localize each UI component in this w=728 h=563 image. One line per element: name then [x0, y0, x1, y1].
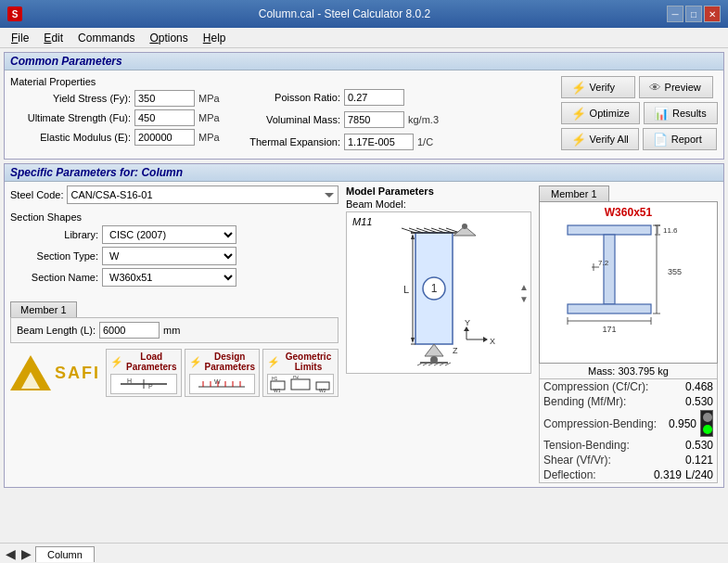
beam-length-input[interactable]: [99, 322, 160, 339]
beam-length-label: Beam Length (L):: [17, 325, 96, 336]
specific-params-panel: Specific Parameters for: Column Steel Co…: [4, 163, 724, 488]
geometric-limits-button[interactable]: ⚡ Geometric Limits H1 H2: [262, 349, 338, 397]
section-shapes: Section Shapes Library: CISC (2007) Sect…: [10, 211, 338, 287]
svg-text:X: X: [490, 337, 495, 346]
result-value-5: 0.319: [654, 468, 682, 481]
ultimate-unit: MPa: [198, 112, 236, 123]
mid-params: Poisson Ratio: Voluminal Mass: kg/m.3 Th…: [243, 76, 454, 153]
right-column: Member 1 W360x51: [539, 186, 718, 483]
app-icon: S: [7, 6, 22, 21]
load-params-label: ⚡ Load Parameters: [110, 352, 176, 372]
safi-text: SAFI: [55, 364, 100, 383]
voluminal-input[interactable]: [344, 111, 404, 128]
optimize-button[interactable]: ⚡ Optimize: [561, 102, 640, 124]
column-tab[interactable]: Column: [35, 546, 95, 562]
poisson-input[interactable]: [344, 89, 404, 106]
next-tab-arrow[interactable]: ▶: [19, 544, 33, 563]
result-row-0: Compression (Cf/Cr): 0.468: [540, 379, 717, 394]
steel-code-select[interactable]: CAN/CSA-S16-01: [67, 186, 338, 204]
result-label-0: Compression (Cf/Cr):: [543, 380, 648, 393]
elastic-input[interactable]: [134, 129, 195, 146]
member-tab-right[interactable]: Member 1: [539, 186, 609, 201]
optimize-icon: ⚡: [571, 107, 586, 121]
voluminal-label: Voluminal Mass:: [243, 114, 340, 125]
svg-text:W1: W1: [274, 388, 281, 392]
material-props-title: Material Properties: [10, 76, 236, 87]
geometric-diagram: H1 H2 W1 W2: [268, 376, 333, 392]
library-select[interactable]: CISC (2007): [102, 225, 236, 244]
section-name-label: Section Name:: [19, 272, 98, 283]
result-value-0: 0.468: [685, 380, 713, 393]
close-button[interactable]: ✕: [704, 6, 721, 22]
menu-bar: File Edit Commands Options Help: [0, 28, 728, 48]
report-button[interactable]: 📄 Report: [643, 128, 717, 150]
menu-options[interactable]: Options: [142, 30, 195, 46]
ultimate-input[interactable]: [134, 109, 195, 126]
thermal-label: Thermal Expansion:: [243, 136, 340, 147]
svg-text:Z: Z: [453, 346, 458, 355]
bottom-section: SAFI ⚡ Load Parameters: [10, 349, 338, 397]
section-name-row: Section Name: W360x51: [10, 268, 338, 287]
result-label-2: Compression-Bending:: [543, 417, 657, 430]
svg-text:Y: Y: [465, 318, 470, 327]
poisson-label: Poisson Ratio:: [243, 92, 340, 103]
scroll-area[interactable]: ▲ ▼: [519, 282, 529, 304]
mass-value: 303.795 kg: [618, 365, 668, 377]
result-value-2: 0.950: [669, 417, 696, 430]
maximize-button[interactable]: □: [685, 6, 702, 22]
prev-tab-arrow[interactable]: ◀: [4, 544, 18, 563]
bottom-btn-row: ⚡ Load Parameters H P: [106, 349, 338, 397]
menu-help[interactable]: Help: [196, 30, 234, 46]
svg-text:11.6: 11.6: [663, 226, 678, 235]
main-content: Common Parameters Material Properties Yi…: [0, 48, 728, 543]
results-button[interactable]: 📊 Results: [644, 102, 718, 124]
geometric-limits-label: ⚡ Geometric Limits: [267, 352, 334, 372]
yield-stress-unit: MPa: [198, 93, 236, 104]
minimize-button[interactable]: ─: [667, 6, 683, 22]
bottom-buttons: ⚡ Load Parameters H P: [106, 349, 338, 397]
design-icon: ⚡: [189, 356, 202, 368]
result-row-4: Shear (Vf/Vr): 0.121: [540, 453, 717, 467]
svg-rect-56: [568, 304, 651, 313]
material-props: Material Properties Yield Stress (Fy): M…: [10, 76, 236, 153]
left-column: Steel Code: CAN/CSA-S16-01 Section Shape…: [10, 186, 338, 483]
beam-length-row: Beam Length (L): mm: [10, 317, 338, 343]
svg-text:H1: H1: [272, 376, 278, 381]
svg-rect-55: [604, 235, 615, 304]
result-extra-5: L/240: [685, 468, 713, 481]
section-name-select[interactable]: W360x51: [102, 268, 236, 287]
specific-params-title: Specific Parameters for: Column: [5, 164, 723, 182]
load-params-button[interactable]: ⚡ Load Parameters H P: [106, 349, 181, 397]
elastic-unit: MPa: [198, 132, 236, 143]
svg-text:W2: W2: [319, 388, 326, 392]
design-params-button[interactable]: ⚡ Design Parameters W: [185, 349, 260, 397]
model-params-title: Model Parameters: [346, 186, 531, 197]
verify-all-button[interactable]: ⚡ Verify All: [561, 128, 639, 150]
result-value-4: 0.121: [685, 454, 713, 467]
preview-button[interactable]: 👁 Preview: [639, 76, 713, 98]
svg-marker-49: [483, 337, 488, 342]
section-type-select[interactable]: W: [102, 247, 236, 265]
yield-stress-input[interactable]: [134, 90, 195, 107]
verify-all-icon: ⚡: [571, 133, 586, 147]
action-buttons: ⚡ Verify 👁 Preview ⚡ Optimize 📊: [561, 76, 718, 153]
menu-edit[interactable]: Edit: [36, 30, 70, 46]
common-params-panel: Common Parameters Material Properties Yi…: [4, 52, 724, 160]
library-row: Library: CISC (2007): [10, 225, 338, 244]
verify-button[interactable]: ⚡ Verify: [561, 76, 635, 98]
member-display: W360x51 171: [539, 201, 718, 364]
result-value-3: 0.530: [685, 439, 713, 452]
load-diagram: H P: [116, 376, 172, 392]
result-label-5: Deflection:: [543, 468, 596, 481]
member-tab[interactable]: Member 1: [10, 301, 77, 317]
beam-length-unit: mm: [163, 325, 180, 336]
menu-commands[interactable]: Commands: [70, 30, 142, 46]
result-row-3: Tension-Bending: 0.530: [540, 438, 717, 453]
thermal-input[interactable]: [344, 134, 414, 150]
svg-marker-46: [411, 338, 415, 343]
report-icon: 📄: [653, 133, 668, 147]
menu-file[interactable]: File: [4, 30, 36, 46]
member-tab-right-container: Member 1: [539, 186, 718, 201]
svg-text:H2: H2: [293, 376, 300, 379]
geometric-icon: ⚡: [267, 356, 280, 368]
